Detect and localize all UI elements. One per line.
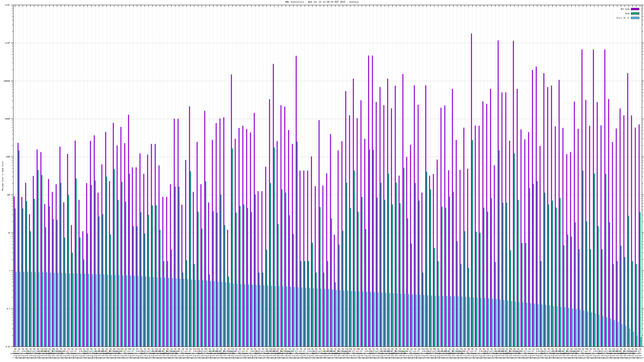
not-spam-bar xyxy=(429,176,430,347)
score-bar xyxy=(427,295,428,347)
x-tick-label: bl. xyxy=(246,350,249,352)
not-spam-bar xyxy=(536,66,537,347)
not-spam-bar xyxy=(18,143,18,347)
score-bar xyxy=(450,296,451,347)
x-tick-label: 15@ xyxy=(349,348,352,350)
score-bar xyxy=(397,293,398,347)
not-spam-bar xyxy=(124,143,125,347)
x-tick-label: 11@ xyxy=(116,348,120,350)
score-bar xyxy=(465,297,466,347)
x-tick-label: org xyxy=(292,355,295,357)
score-bar xyxy=(210,281,211,347)
score-bar xyxy=(347,291,348,347)
not-spam-bar xyxy=(444,105,445,347)
x-tick-label: 2@ xyxy=(159,348,161,350)
score-bar xyxy=(206,281,207,347)
not-spam-bar xyxy=(136,167,137,347)
not-spam-bar xyxy=(384,105,384,347)
not-spam-bar xyxy=(544,73,544,347)
not-spam-bar xyxy=(227,230,228,347)
x-tick-label: net xyxy=(452,355,455,357)
spam-bar xyxy=(194,264,195,347)
x-tick-label: 2@ xyxy=(258,348,260,350)
x-tick-label: 2@ xyxy=(216,348,218,350)
spam-bar xyxy=(400,203,401,347)
x-tick-label: net xyxy=(460,355,463,357)
y-tick-label: 0.1 xyxy=(7,308,10,310)
x-tick-label: com xyxy=(143,355,146,357)
score-bar xyxy=(522,303,524,347)
score-bar xyxy=(118,275,120,347)
score-bar xyxy=(260,285,260,347)
not-spam-bar xyxy=(140,153,140,347)
score-bar xyxy=(62,273,62,347)
spam-bar xyxy=(106,177,107,347)
score-bar xyxy=(122,275,123,347)
x-tick-label: 2@ xyxy=(75,348,77,350)
spam-bar xyxy=(243,204,244,347)
spam-bar xyxy=(430,189,431,347)
x-tick-label: org xyxy=(414,355,417,357)
y-tick-label: 1 xyxy=(9,270,10,272)
spam-bar xyxy=(45,227,46,347)
spam-bar xyxy=(499,150,500,347)
x-tick-label: 2@ xyxy=(628,348,630,350)
score-bar xyxy=(172,278,173,347)
spam-bar xyxy=(613,264,614,347)
score-bar xyxy=(580,310,580,347)
x-tick-label: 15@ xyxy=(578,348,581,350)
score-bar xyxy=(111,275,112,347)
x-tick-label: org xyxy=(151,355,154,357)
spam-bar xyxy=(442,207,442,347)
score-bar xyxy=(355,291,356,347)
x-tick-label: 2@ xyxy=(380,348,382,350)
spam-bar xyxy=(137,226,138,347)
spam-bar xyxy=(609,222,610,347)
x-tick-label: 2@ xyxy=(323,348,325,350)
not-spam-bar xyxy=(170,184,171,347)
score-bar xyxy=(546,305,546,347)
spam-bar xyxy=(628,216,629,347)
x-tick-label: net xyxy=(109,355,112,357)
score-bar xyxy=(313,288,314,347)
score-bar xyxy=(84,274,85,347)
not-spam-bar xyxy=(78,200,80,347)
x-tick-label: 2@ xyxy=(30,348,32,350)
not-spam-bar xyxy=(242,126,243,347)
not-spam-bar xyxy=(265,167,266,347)
not-spam-bar xyxy=(509,141,510,347)
score-bar xyxy=(96,274,97,347)
x-tick-label: 2@ xyxy=(140,348,142,350)
x-tick-label: org xyxy=(349,355,352,357)
spam-bar xyxy=(278,224,279,347)
spam-bar xyxy=(598,226,599,347)
score-bar xyxy=(54,273,55,347)
score-bar xyxy=(484,298,486,347)
x-tick-label: org xyxy=(356,355,360,357)
x-tick-label: 11@ xyxy=(192,348,196,350)
x-tick-label: org xyxy=(204,355,207,357)
not-spam-bar xyxy=(520,129,522,347)
spam-bar xyxy=(160,230,160,347)
not-spam-bar xyxy=(356,118,358,347)
spam-bar xyxy=(449,197,450,347)
x-tick-label: net xyxy=(40,355,44,357)
spam-bar xyxy=(240,206,240,347)
x-tick-label: net xyxy=(25,355,28,357)
x-tick-label: 4@ xyxy=(605,348,607,350)
x-tick-label: bl. xyxy=(360,350,364,352)
score-bar xyxy=(282,286,284,347)
x-tick-label: 15@ xyxy=(501,348,505,350)
score-bar xyxy=(462,297,462,347)
x-tick-label: origin xyxy=(637,357,644,359)
not-spam-bar xyxy=(612,142,613,347)
spam-bar xyxy=(232,149,233,347)
x-tick-label: net xyxy=(238,355,242,357)
score-bar xyxy=(130,276,131,347)
not-spam-bar xyxy=(566,154,567,347)
x-tick-label: bl. xyxy=(589,350,592,352)
x-tick-label: 4@ xyxy=(109,348,112,350)
x-tick-label: com xyxy=(456,355,459,357)
not-spam-bar xyxy=(296,56,297,347)
not-spam-bar xyxy=(59,147,60,347)
